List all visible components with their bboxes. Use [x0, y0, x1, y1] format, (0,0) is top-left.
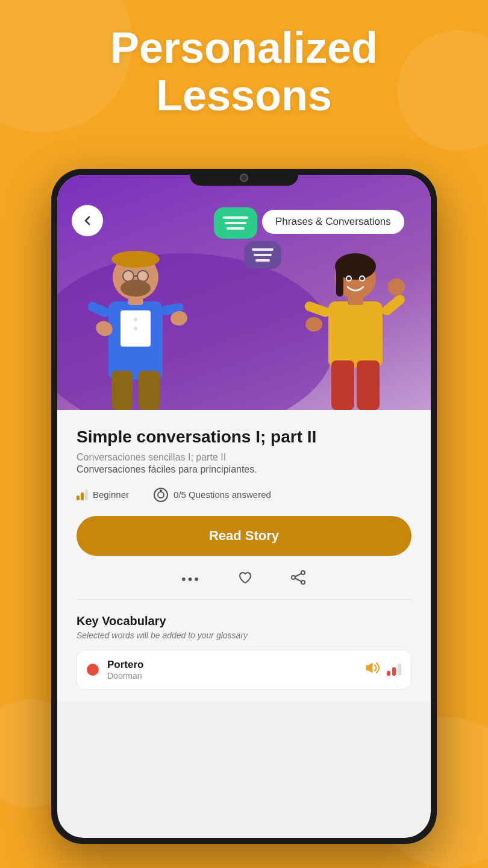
wave-line	[227, 227, 245, 230]
character-right	[298, 229, 413, 410]
more-options-button[interactable]: •••	[181, 571, 201, 587]
bar-2	[81, 492, 84, 500]
speech-bubble-purple	[244, 241, 281, 269]
bar-3	[85, 489, 88, 500]
questions-label: 0/5 Questions answered	[174, 489, 271, 500]
vocabulary-title: Key Vocabulary	[77, 614, 411, 628]
svg-rect-28	[380, 293, 407, 318]
character-left	[75, 223, 196, 410]
svg-point-30	[305, 317, 322, 332]
wave-line	[225, 222, 246, 224]
level-icon	[77, 489, 88, 500]
heart-icon	[237, 569, 254, 586]
svg-line-39	[295, 573, 301, 576]
sound-icon	[364, 661, 380, 675]
vocab-word: Portero	[107, 659, 355, 671]
vocab-level-icon	[387, 664, 401, 676]
vocabulary-item[interactable]: Portero Doorman	[77, 650, 411, 690]
speech-bubble-green	[214, 207, 257, 239]
svg-rect-17	[139, 371, 160, 410]
vocab-actions	[364, 661, 401, 678]
vocabulary-subtitle: Selected words will be added to your glo…	[77, 631, 411, 640]
back-arrow-icon	[81, 214, 94, 227]
svg-point-34	[158, 492, 164, 498]
questions-icon	[153, 487, 169, 503]
svg-point-6	[123, 271, 134, 281]
wave-line	[223, 216, 248, 219]
wave-line	[252, 248, 274, 251]
svg-point-10	[134, 318, 137, 321]
wave-line	[255, 259, 270, 262]
svg-point-24	[347, 277, 351, 280]
svg-point-29	[388, 278, 405, 295]
hero-title: Personalized Lessons	[0, 24, 488, 119]
vocab-sound-button[interactable]	[364, 661, 380, 678]
svg-rect-27	[304, 300, 332, 318]
wave-line	[254, 254, 272, 256]
lesson-subtitle-2: Conversaciones fáciles para principiante…	[77, 464, 411, 475]
like-button[interactable]	[237, 569, 254, 590]
vocabulary-section: Key Vocabulary Selected words will be ad…	[77, 614, 411, 690]
svg-point-11	[134, 327, 137, 330]
share-button[interactable]	[290, 569, 307, 590]
vocab-translation: Doorman	[107, 671, 355, 681]
lesson-subtitle-1: Conversaciones sencillas I; parte II	[77, 452, 411, 463]
lesson-level: Beginner	[77, 489, 129, 500]
svg-point-36	[301, 571, 305, 574]
vocab-text: Portero Doorman	[107, 659, 355, 681]
share-icon	[290, 569, 307, 586]
svg-rect-22	[336, 266, 343, 297]
phone-camera	[240, 174, 248, 182]
back-button[interactable]	[72, 205, 103, 236]
svg-rect-32	[357, 360, 380, 410]
lesson-title: Simple conversations I; part II	[77, 427, 411, 447]
level-label: Beginner	[93, 489, 129, 500]
phone-screen: Phrases & Conversations	[57, 175, 431, 838]
svg-rect-16	[111, 371, 133, 410]
phone-device: Phrases & Conversations	[51, 169, 437, 844]
svg-rect-31	[331, 360, 354, 410]
lesson-questions: 0/5 Questions answered	[153, 487, 271, 503]
phone-notch	[190, 169, 298, 186]
svg-rect-5	[113, 254, 158, 264]
svg-point-38	[292, 576, 295, 579]
svg-point-26	[360, 277, 364, 280]
svg-point-35	[160, 489, 162, 492]
hero-title-line2: Lessons	[0, 72, 488, 119]
phrase-label: Phrases & Conversations	[262, 210, 404, 234]
svg-point-9	[120, 280, 151, 297]
svg-line-40	[295, 578, 301, 581]
svg-point-37	[301, 580, 305, 584]
hero-title-line1: Personalized	[0, 24, 488, 72]
action-bar: •••	[77, 569, 411, 600]
read-story-button[interactable]: Read Story	[77, 516, 411, 556]
vocab-radio[interactable]	[87, 664, 99, 676]
svg-point-7	[137, 271, 148, 281]
lesson-content: Simple conversations I; part II Conversa…	[57, 410, 431, 702]
lesson-meta: Beginner 0/5 Questions answered	[77, 487, 411, 503]
lesson-header: Phrases & Conversations	[57, 175, 431, 410]
svg-rect-18	[328, 301, 383, 368]
svg-rect-12	[86, 300, 111, 319]
bar-1	[77, 495, 80, 500]
